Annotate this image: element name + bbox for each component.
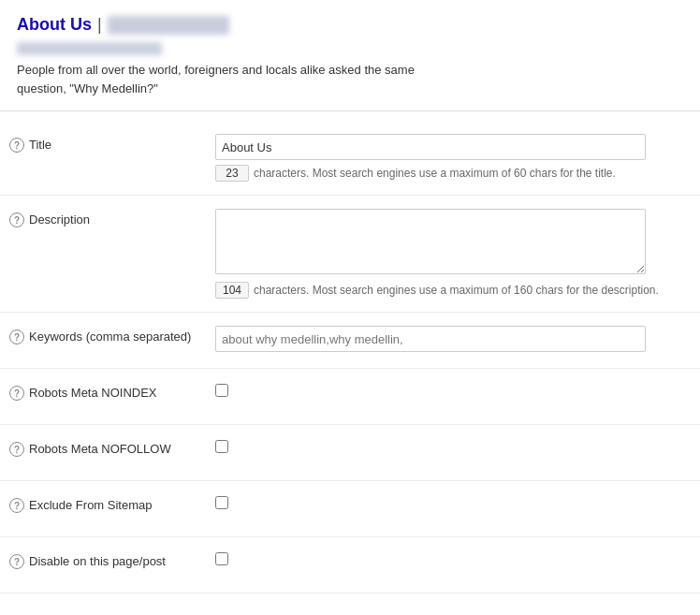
control-col-description: 104 characters. Most search engines use … (215, 209, 683, 299)
label-col-disable: ? Disable on this page/post (9, 550, 215, 569)
control-col-keywords (215, 326, 683, 352)
form-row-keywords: ? Keywords (comma separated) (0, 313, 700, 369)
label-col-noindex: ? Robots Meta NOINDEX (9, 382, 215, 401)
help-icon-noindex[interactable]: ? (9, 386, 24, 401)
preview-section: About Us | People from all over the worl… (0, 0, 700, 111)
help-icon-title[interactable]: ? (9, 138, 24, 153)
help-icon-description[interactable]: ? (9, 212, 24, 227)
title-char-hint: characters. Most search engines use a ma… (254, 167, 616, 180)
description-char-count: 104 (215, 282, 249, 299)
control-col-sitemap (215, 494, 683, 512)
label-col-sitemap: ? Exclude From Sitemap (9, 494, 215, 513)
label-col-keywords: ? Keywords (comma separated) (9, 326, 215, 344)
form-row-title: ? Title 23 characters. Most search engin… (0, 121, 700, 196)
help-icon-sitemap[interactable]: ? (9, 498, 24, 513)
preview-separator: | (97, 15, 102, 35)
control-col-title: 23 characters. Most search engines use a… (215, 134, 683, 182)
label-nofollow: Robots Meta NOFOLLOW (29, 442, 171, 456)
breadcrumb-blur (108, 16, 229, 35)
preview-title: About Us (17, 15, 92, 35)
control-col-disable (215, 550, 683, 568)
nofollow-checkbox[interactable] (215, 440, 228, 453)
preview-title-row: About Us | (17, 15, 683, 35)
label-disable: Disable on this page/post (29, 554, 166, 568)
description-char-hint: characters. Most search engines use a ma… (254, 284, 659, 297)
control-col-nofollow (215, 438, 683, 456)
description-char-count-row: 104 characters. Most search engines use … (215, 282, 683, 299)
form-row-description: ? Description 104 characters. Most searc… (0, 196, 700, 313)
form-row-disable: ? Disable on this page/post (0, 537, 700, 593)
keywords-input[interactable] (215, 326, 646, 352)
form-row-noindex: ? Robots Meta NOINDEX (0, 369, 700, 425)
title-char-count: 23 (215, 165, 249, 182)
form-row-sitemap: ? Exclude From Sitemap (0, 481, 700, 537)
sitemap-checkbox[interactable] (215, 496, 228, 509)
title-char-count-row: 23 characters. Most search engines use a… (215, 165, 683, 182)
label-description: Description (29, 212, 90, 227)
label-noindex: Robots Meta NOINDEX (29, 386, 157, 400)
form-row-nofollow: ? Robots Meta NOFOLLOW (0, 425, 700, 481)
help-icon-disable[interactable]: ? (9, 554, 24, 569)
url-blur (17, 42, 162, 55)
help-icon-keywords[interactable]: ? (9, 329, 24, 344)
page-wrapper: About Us | People from all over the worl… (0, 0, 700, 615)
disable-checkbox[interactable] (215, 552, 228, 565)
control-col-noindex (215, 382, 683, 400)
label-col-title: ? Title (9, 134, 215, 153)
help-icon-nofollow[interactable]: ? (9, 442, 24, 457)
description-textarea[interactable] (215, 209, 646, 274)
label-col-description: ? Description (9, 209, 215, 227)
label-col-nofollow: ? Robots Meta NOFOLLOW (9, 438, 215, 457)
label-sitemap: Exclude From Sitemap (29, 498, 153, 512)
label-keywords: Keywords (comma separated) (29, 329, 191, 344)
title-input[interactable] (215, 134, 646, 160)
form-section: ? Title 23 characters. Most search engin… (0, 111, 700, 603)
noindex-checkbox[interactable] (215, 384, 228, 397)
label-title: Title (29, 138, 51, 152)
preview-description: People from all over the world, foreigne… (17, 61, 466, 97)
